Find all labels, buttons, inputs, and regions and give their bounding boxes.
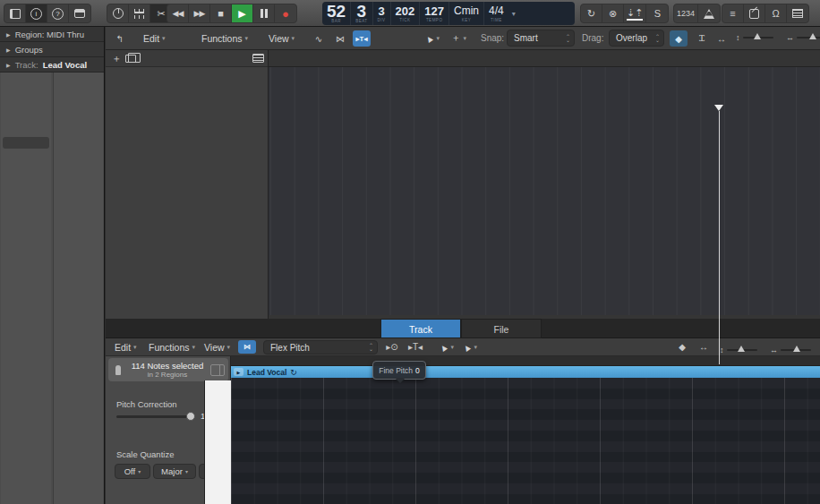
edit-menu[interactable]: Edit▾ [143,27,166,49]
autopunch-button: ⊗ [609,8,617,20]
editor-ruler[interactable] [231,356,820,366]
scroll-in-play-icon[interactable]: ▸T◂ [406,340,424,354]
pointer-tool-selector[interactable]: ▲▾ [424,27,440,49]
flex-icon[interactable]: ⋈ [238,340,256,354]
tab-file[interactable]: File [461,319,542,338]
lcd-display[interactable]: 52BAR 3BEAT 3DIV 202TICK 127TEMPO CminKE… [322,2,575,25]
functions-menu[interactable]: Functions▾ [201,27,248,49]
lcd-tick: 202TICK [391,2,421,25]
horizontal-auto-zoom-icon[interactable]: ↔ [695,340,713,354]
catch-playhead-icon[interactable]: ▸⊙ [383,340,401,354]
lcd-beat: 3BEAT [351,2,372,25]
vertical-zoom-slider[interactable]: ↕ [736,33,773,42]
track-list-header: ＋ [106,50,268,67]
solo-mode-button[interactable]: S [646,4,668,22]
editor-horizontal-zoom-slider[interactable]: ↔ [770,346,811,355]
arrange-area [269,50,820,319]
playhead-marker[interactable] [714,105,723,111]
region-play-icon[interactable]: ▶ [234,368,243,376]
region-inspector-header[interactable]: ▶ Region: MIDI Thru [0,27,104,42]
drag-label: Drag: [582,27,603,49]
editor-command-tool[interactable]: ▲▾ [462,338,477,355]
play-button[interactable]: ▶ [232,4,253,22]
flex-pitch-editor[interactable] [231,378,820,504]
editor-edit-menu[interactable]: Edit▾ [115,338,137,355]
editor-region-header[interactable]: ▶ Lead Vocal ↻ [231,366,820,378]
pause-icon [261,9,268,18]
editor-pointer-tool[interactable]: ▲▾ [439,338,454,355]
drag-dropdown[interactable]: Overlap⌃⌄ [609,30,664,47]
right-button-group: ≡Ω [722,4,809,23]
secondary-tool-selector[interactable]: ＋▾ [451,27,466,49]
editor-functions-menu[interactable]: Functions▾ [149,338,195,355]
waveform-zoom-icon[interactable]: ◆ [670,30,688,47]
media-browser-button[interactable] [69,4,90,22]
snap-dropdown[interactable]: Smart⌃⌄ [507,30,575,47]
editor-vertical-zoom-slider[interactable]: ↕ [720,346,757,355]
channel-setting-button[interactable] [3,137,49,149]
record-button: ● [282,7,289,21]
metronome-button[interactable] [698,4,720,22]
vertical-auto-zoom-icon[interactable]: Ɪ [693,30,711,47]
horizontal-auto-zoom-icon[interactable]: ↔ [713,30,730,47]
duplicate-track-button[interactable] [124,52,138,64]
bar-ruler[interactable] [269,50,820,67]
main-toolbar: i? ✂ ◀◀▶▶■▶● 52BAR 3BEAT 3DIV 202TICK 12… [0,0,820,27]
forward-button: ▶▶ [194,9,205,18]
punch-in-out-button: ⇣⇡ [627,7,643,21]
duplicate-track-icon [125,55,136,63]
track-inspector-header[interactable]: ▶ Track:Lead Vocal [0,57,104,73]
flex-mode-dropdown[interactable]: Flex Pitch⌃⌄ [263,340,378,355]
add-track-button[interactable]: ＋ [109,52,124,64]
autopunch-button[interactable]: ⊗ [602,4,624,22]
library-icon [10,9,21,19]
metronome-icon [704,9,714,19]
groups-inspector-header[interactable]: ▶ Groups [0,42,104,57]
count-in-button[interactable]: 1234 [674,4,698,22]
note-pads-button[interactable] [744,4,765,22]
editor-view-menu[interactable]: View▾ [204,338,230,355]
catch-playhead-icon[interactable]: ↰ [111,30,129,47]
browsers-button[interactable] [787,4,808,22]
notes-selected-text: 114 Notes selected [124,361,210,371]
apple-loops-button[interactable]: Ω [765,4,787,22]
library-button[interactable] [4,4,26,22]
mixer-icon [134,9,145,19]
pitch-correction-slider[interactable] [116,415,193,418]
microphone-icon [115,365,121,375]
vocal-waveform-layer [231,378,820,504]
rewind-button[interactable]: ◀◀ [167,4,189,22]
punch-in-out-button[interactable]: ⇣⇡ [624,4,646,22]
view-menu[interactable]: View▾ [269,27,295,49]
smart-controls-icon [113,8,124,19]
tab-track[interactable]: Track [380,319,461,338]
inspector-button[interactable]: i [26,4,47,22]
list-editors-button[interactable]: ≡ [722,4,744,22]
smart-controls-button[interactable] [107,4,129,22]
selection-info-box: 114 Notes selectedin 2 Regions [108,358,228,381]
scale-quantize-root-dropdown[interactable]: Off▾ [115,464,150,479]
media-browser-icon [74,9,85,18]
horizontal-zoom-slider[interactable]: ↔ [786,33,820,42]
scale-quantize-scale-dropdown[interactable]: Major▾ [153,464,196,479]
stop-button[interactable]: ■ [210,4,232,22]
lcd-options-chevron[interactable]: ▾ [508,2,519,25]
forward-button[interactable]: ▶▶ [189,4,210,22]
disclosure-triangle-icon: ▶ [6,31,11,38]
flex-icon[interactable]: ⋈ [331,30,349,47]
record-button[interactable]: ● [275,4,296,22]
local-inspector-icon[interactable] [210,364,225,376]
pause-button[interactable] [253,4,275,22]
editors-icon: ✂ [157,8,165,20]
note-pads-icon [749,9,759,19]
flex-enabled-icon[interactable]: ▸T◂ [353,30,371,47]
disclosure-triangle-icon: ▶ [6,62,11,68]
waveform-zoom-icon[interactable]: ◆ [673,340,691,354]
quick-help-button[interactable]: ? [47,4,69,22]
automation-icon[interactable]: ∿ [310,30,328,47]
cycle-button[interactable]: ↻ [581,4,602,22]
solo-mode-button: S [654,8,661,19]
apple-loops-icon: Ω [772,8,779,19]
track-header-config-icon[interactable] [252,54,264,63]
mixer-button[interactable] [129,4,150,22]
